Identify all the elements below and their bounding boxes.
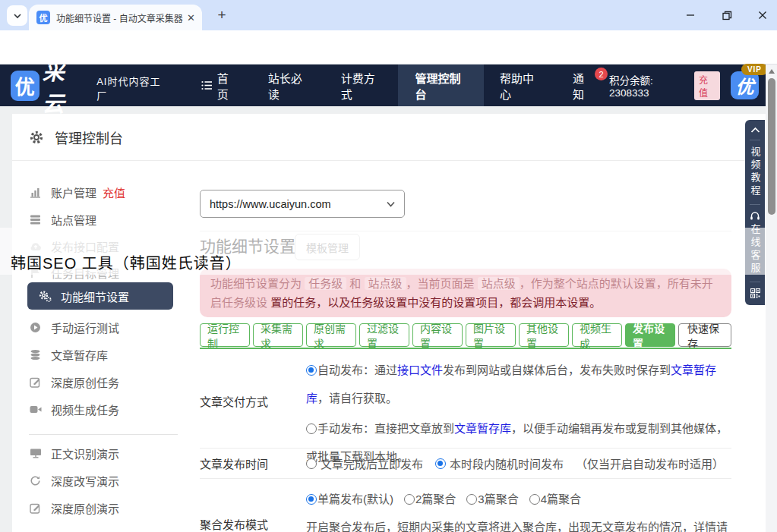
divider [750, 282, 760, 282]
form-row-aggregate: 聚合发布模式 单篇发布(默认)2篇聚合3篇聚合4篇聚合 开启聚合发布后，短期内采… [200, 478, 731, 532]
sidebar-item-sites[interactable]: 站点管理 [29, 211, 96, 228]
browser-titlebar: 优 功能细节设置 - 自动文章采集器 ✕ + [0, 0, 777, 30]
radio-checked-icon[interactable] [306, 494, 317, 505]
browser-tab[interactable]: 优 功能细节设置 - 自动文章采集器 ✕ [29, 5, 202, 30]
radio-unchecked-icon[interactable] [466, 494, 477, 505]
qr-code-icon[interactable] [750, 288, 760, 298]
tab-video[interactable]: 视频生成 [572, 323, 622, 347]
sidebar-item-label: 深度改写演示 [51, 473, 119, 489]
divider [750, 204, 760, 205]
bar-chart-icon [29, 187, 42, 198]
site-selector-value: https://www.ucaiyun.com [210, 198, 331, 210]
nav-item-notifications[interactable]: 通知 2 [557, 65, 609, 106]
radio-unchecked-icon[interactable] [529, 494, 540, 505]
sidebar-item-account[interactable]: 账户管理 充值 [29, 184, 125, 200]
radio-checked-icon[interactable] [306, 365, 317, 376]
sidebar-recharge-link[interactable]: 充值 [103, 184, 125, 200]
tab-publish[interactable]: 发布设置 [625, 323, 675, 347]
radio-unchecked-icon[interactable] [306, 423, 317, 434]
settings-tabs: 运行控制 采集需求 原创需求 过滤设置 内容设置 图片设置 其他设置 视频生成 … [200, 323, 731, 347]
browser-toolbar: ucaiyun.com/caiji/settings/ ☆ 井 ⋮ [0, 30, 777, 65]
radio-option-2[interactable]: 2篇聚合 [404, 493, 456, 505]
nav-item-help[interactable]: 帮助中心 [484, 65, 557, 106]
alert-line2: 置的任务，以及任务级设置中没有的设置项目，都会调用本设置。 [270, 296, 601, 309]
new-tab-button[interactable]: + [213, 7, 230, 24]
nav-right-cluster: 积分余额: 2308333 充值 优 VIP [609, 71, 759, 100]
monitor-icon [29, 448, 42, 458]
nav-item-console[interactable]: 管理控制台 [398, 65, 484, 106]
quick-save-button[interactable]: 快速保存 [678, 323, 731, 347]
level-chip: 站点级 [365, 277, 406, 290]
tabs-underline [200, 348, 731, 349]
sidebar-item-deep-original-demo[interactable]: 深度原创演示 [29, 499, 119, 516]
window-minimize-button[interactable] [673, 0, 708, 30]
sidebar-item-function-settings[interactable]: 功能细节设置 [27, 282, 173, 310]
nav-item-label: 帮助中心 [500, 70, 541, 102]
radio-option-4[interactable]: 4篇聚合 [529, 493, 581, 505]
nav-item-label: 站长必读 [268, 70, 309, 102]
refresh-icon [29, 475, 42, 486]
tab-run-control[interactable]: 运行控制 [200, 323, 250, 347]
site-logo-text[interactable]: 采云 [43, 54, 87, 118]
gears-icon [39, 290, 52, 303]
credits-balance: 积分余额: 2308333 [609, 72, 688, 99]
recharge-button[interactable]: 充值 [694, 71, 720, 100]
sidebar-item-label: 正文识别演示 [51, 445, 119, 461]
tab-title: 功能细节设置 - 自动文章采集器 [56, 11, 185, 24]
radio-unchecked-icon[interactable] [306, 458, 317, 469]
tab-original[interactable]: 原创需求 [306, 323, 356, 347]
scroll-top-icon[interactable] [750, 127, 760, 134]
form-label: 文章交付方式 [200, 354, 306, 448]
divider [750, 140, 760, 140]
sidebar-item-label: 视频生成任务 [51, 401, 119, 417]
api-file-link[interactable]: 接口文件 [397, 364, 443, 376]
radio-checked-icon[interactable] [435, 458, 446, 469]
form-row-delivery: 文章交付方式 自动发布：通过接口文件发布到网站或自媒体后台，发布失败时保存到文章… [200, 354, 731, 448]
sidebar-item-article-store[interactable]: 文章暂存库 [29, 346, 108, 363]
radio-option-3[interactable]: 3篇聚合 [466, 493, 518, 505]
scrollbar-up-arrow[interactable] [769, 69, 775, 74]
scrollbar-thumb[interactable] [768, 78, 775, 215]
info-alert: 功能细节设置分为 任务级 和 站点级，当前页面是 站点级，作为整个站点的默认设置… [200, 269, 731, 317]
nav-item-home[interactable]: 首页 [185, 65, 252, 106]
level-chip: 任务级 [305, 277, 346, 290]
video-tutorial-button[interactable]: 视频教程 [748, 146, 763, 198]
nav-item-label: 计费方式 [341, 70, 382, 102]
sidebar-item-deep-original-task[interactable]: 深度原创任务 [29, 373, 119, 390]
tab-content[interactable]: 内容设置 [412, 323, 463, 347]
nav-item-label: 首页 [217, 70, 236, 102]
headset-icon[interactable] [750, 211, 760, 221]
tab-image[interactable]: 图片设置 [466, 323, 516, 347]
radio-option-single[interactable]: 单篇发布(默认) [306, 493, 393, 505]
sidebar-item-label: 账户管理 [51, 184, 96, 200]
site-logo-icon[interactable]: 优 [11, 71, 39, 101]
main-panel: https://www.ucaiyun.com 功能细节设置 模板管理 功能细节… [200, 114, 731, 532]
user-avatar[interactable]: 优 [731, 71, 759, 99]
tab-filter[interactable]: 过滤设置 [359, 323, 409, 347]
sidebar-item-deep-rewrite-demo[interactable]: 深度改写演示 [29, 472, 119, 489]
nav-item-pricing[interactable]: 计费方式 [325, 65, 398, 106]
tab-search-chevron-icon[interactable] [7, 5, 27, 26]
tab-collect[interactable]: 采集需求 [253, 323, 303, 347]
user-avatar-wrap[interactable]: 优 VIP [731, 71, 759, 99]
sidebar-item-video-task[interactable]: 视频生成任务 [29, 401, 119, 417]
form-label: 聚合发布模式 [200, 479, 306, 532]
radio-option-auto-publish[interactable]: 自动发布：通过接口文件发布到网站或自媒体后台，发布失败时保存到文章暂存库，请自行… [306, 356, 731, 412]
window-restore-button[interactable] [709, 0, 744, 30]
sidebar-item-label: 深度原创演示 [51, 500, 119, 516]
sidebar-item-label: 站点管理 [51, 212, 96, 228]
radio-unchecked-icon[interactable] [404, 494, 415, 505]
sidebar-item-manual-run[interactable]: 手动运行测试 [29, 319, 119, 335]
server-icon [29, 214, 42, 225]
sidebar-item-text-recognition-demo[interactable]: 正文识别演示 [29, 445, 119, 461]
nav-item-must-read[interactable]: 站长必读 [252, 65, 325, 106]
tab-other[interactable]: 其他设置 [519, 323, 569, 347]
article-store-link[interactable]: 文章暂存库 [454, 422, 511, 435]
browser-window: 优 功能细节设置 - 自动文章采集器 ✕ + ucaiyun.co [0, 0, 777, 532]
sidebar-divider [29, 434, 178, 435]
tab-close-icon[interactable]: ✕ [187, 12, 195, 24]
site-selector-dropdown[interactable]: https://www.ucaiyun.com [200, 190, 405, 218]
window-close-button[interactable] [745, 0, 777, 30]
page-scrollbar[interactable] [766, 65, 777, 532]
form-row-publish-time: 文章发布时间 文章完成后立即发布 本时段内随机时间发布 （仅当开启自动发布时适用… [200, 448, 731, 478]
